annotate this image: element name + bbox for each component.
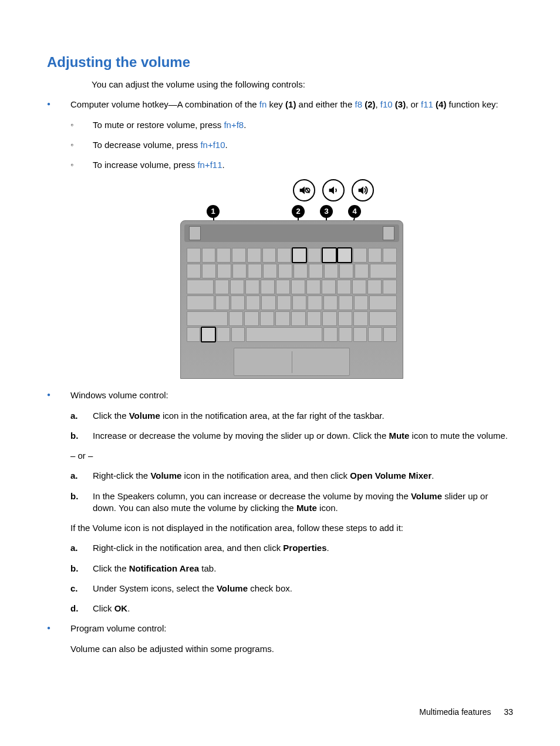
step-b: b.In the Speakers column, you can increa… (70, 490, 513, 515)
text: . (244, 120, 246, 130)
text: . (222, 160, 225, 170)
text: Click the (93, 563, 129, 573)
text: . (127, 603, 130, 613)
step-a: a.Click the Volume icon in the notificat… (70, 410, 513, 422)
text: (3) (393, 99, 406, 109)
hotkey-link: fn+f8 (224, 120, 244, 130)
text: and either the (296, 99, 355, 109)
text: Windows volume control: (70, 390, 168, 400)
bullet-hotkey: Computer volume hotkey—A combination of … (47, 99, 513, 379)
text: check box. (248, 583, 292, 593)
volume-up-icon (352, 179, 374, 201)
text: , (375, 99, 380, 109)
step-a: a.Right-click in the notification area, … (70, 542, 513, 554)
text: Open Volume Mixer (350, 471, 431, 480)
text: Right-click the (93, 471, 150, 480)
sub-list: To mute or restore volume, press fn+f8. … (70, 119, 513, 172)
sub-decrease: To decrease volume, press fn+f10. (70, 139, 513, 151)
or-separator: – or – (70, 450, 513, 462)
text: . (327, 543, 329, 553)
sub-mute: To mute or restore volume, press fn+f8. (70, 119, 513, 131)
add-note: If the Volume icon is not displayed in t… (70, 522, 513, 534)
callout-2: 2 (292, 205, 305, 218)
text: Mute (296, 503, 317, 513)
text: In the Speakers column, you can increase… (93, 491, 411, 501)
callout-4: 4 (348, 205, 361, 218)
hotkey-link: fn+f11 (197, 160, 222, 170)
keyboard-body (180, 220, 403, 379)
f11-key-link: f11 (421, 99, 433, 109)
text: icon in the notification area, and then … (181, 471, 350, 480)
bullet-windows-volume: Windows volume control: a.Click the Volu… (47, 389, 513, 614)
text: Volume (129, 411, 160, 421)
text: To increase volume, press (93, 160, 197, 170)
text: Increase or decrease the volume by movin… (93, 431, 389, 441)
program-volume-text: Volume can also be adjusted within some … (70, 643, 513, 655)
step-b: b.Increase or decrease the volume by mov… (70, 430, 513, 442)
section-heading: Adjusting the volume (47, 54, 513, 70)
steps-2: a.Right-click the Volume icon in the not… (70, 470, 513, 514)
text: Volume (411, 491, 442, 501)
text: . (225, 140, 228, 150)
text: Under System icons, select the (93, 583, 217, 593)
page-footer: Multimedia features 33 (419, 707, 513, 717)
footer-section-label: Multimedia features (419, 707, 491, 717)
steps-3: a.Right-click in the notification area, … (70, 542, 513, 614)
text: Click (93, 603, 114, 613)
text: key (266, 99, 285, 109)
steps-1: a.Click the Volume icon in the notificat… (70, 410, 513, 442)
text: . (431, 471, 434, 480)
text: icon in the notification area, at the fa… (160, 411, 384, 421)
text: Properties (283, 543, 326, 553)
step-b: b.Click the Notification Area tab. (70, 563, 513, 574)
text: icon. (317, 503, 338, 513)
text: (1) (285, 99, 296, 109)
text: (2) (362, 99, 376, 109)
text: Mute (389, 431, 409, 441)
text: Volume (150, 471, 181, 480)
f10-key-link: f10 (380, 99, 393, 109)
text: icon to mute the volume. (409, 431, 508, 441)
step-a: a.Right-click the Volume icon in the not… (70, 470, 513, 482)
volume-down-icon (322, 179, 345, 201)
volume-mute-icon (293, 179, 315, 201)
text: Computer volume hotkey—A combination of … (70, 99, 259, 109)
step-c: c.Under System icons, select the Volume … (70, 583, 513, 594)
keyboard-hinge (184, 224, 399, 242)
text: Click the (93, 411, 129, 421)
text: Volume (217, 583, 248, 593)
text: To mute or restore volume, press (93, 120, 224, 130)
main-bullet-list: Computer volume hotkey—A combination of … (47, 99, 513, 655)
footer-page-number: 33 (504, 707, 513, 717)
text: OK (114, 603, 128, 613)
keyboard-diagram: 1 2 3 4 (180, 179, 403, 379)
f8-key-link: f8 (355, 99, 362, 109)
sub-increase: To increase volume, press fn+f11. (70, 159, 513, 171)
callout-1: 1 (207, 205, 220, 218)
keyboard-touchpad (234, 348, 350, 376)
text: function key: (446, 99, 498, 109)
hotkey-link: fn+f10 (200, 140, 225, 150)
text: Right-click in the notification area, an… (93, 543, 283, 553)
text: , or (406, 99, 421, 109)
intro-text: You can adjust the volume using the foll… (92, 79, 513, 90)
bullet-program-volume: Program volume control: Volume can also … (47, 623, 513, 655)
text: tab. (199, 563, 216, 573)
step-d: d.Click OK. (70, 603, 513, 614)
document-page: Adjusting the volume You can adjust the … (0, 0, 560, 746)
text: Program volume control: (70, 623, 166, 633)
callout-3: 3 (320, 205, 333, 218)
keyboard-keys (187, 248, 397, 342)
text: To decrease volume, press (93, 140, 200, 150)
fn-key-link: fn (259, 99, 267, 109)
text: Notification Area (129, 563, 199, 573)
text: (4) (433, 99, 447, 109)
